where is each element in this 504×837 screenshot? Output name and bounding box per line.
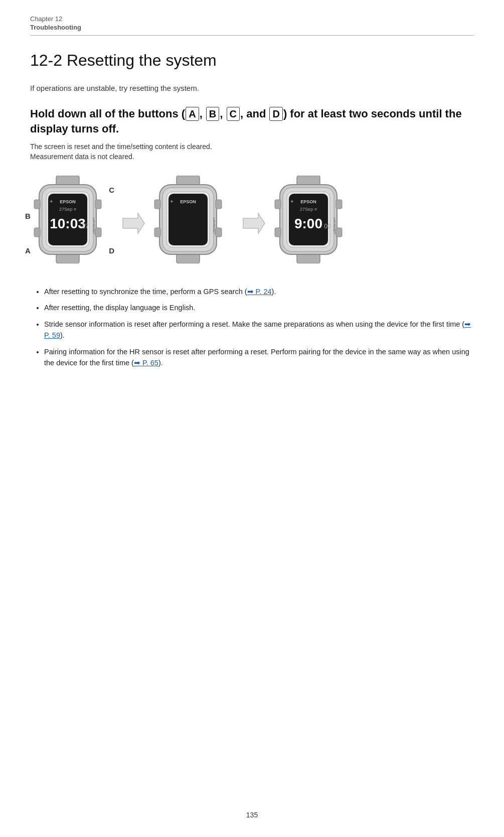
bullet-1-text-after: ).	[272, 288, 276, 296]
bullet-item-1: After resetting to synchronize the time,…	[44, 286, 474, 297]
bullet-1-link[interactable]: ➡ P. 24	[247, 288, 272, 296]
svg-rect-6	[34, 200, 40, 209]
bullet-item-4: Pairing information for the HR sensor is…	[44, 346, 474, 369]
chapter-label: Chapter 12	[30, 15, 474, 23]
svg-text:27: 27	[82, 223, 89, 230]
svg-text:EPSON: EPSON	[300, 199, 316, 204]
svg-text:EPSON: EPSON	[180, 199, 196, 204]
header-divider	[30, 35, 474, 36]
svg-marker-30	[243, 213, 265, 233]
svg-rect-7	[34, 228, 40, 237]
svg-rect-8	[95, 200, 101, 209]
page-number: 135	[246, 811, 258, 819]
svg-rect-39	[336, 200, 342, 209]
sub-text-1: The screen is reset and the time/setting…	[30, 143, 474, 151]
svg-text:10:03: 10:03	[50, 216, 86, 231]
chapter-title: Troubleshooting	[30, 24, 474, 31]
bullet-2-text: After resetting, the display language is…	[44, 304, 195, 312]
bullet-item-3: Stride sensor information is reset after…	[44, 319, 474, 341]
button-b-label: B	[206, 107, 219, 121]
svg-text:9:00: 9:00	[294, 216, 322, 231]
svg-rect-25	[216, 200, 222, 209]
watch-1: B C A D	[30, 176, 115, 271]
bold-heading: Hold down all of the buttons (A, B, C, a…	[30, 106, 474, 136]
svg-text:LAP/RESET: LAP/RESET	[333, 217, 336, 234]
svg-rect-23	[154, 200, 160, 209]
page: Chapter 12 Troubleshooting 12-2 Resettin…	[0, 0, 504, 837]
watch-3: EPSON ✦ 27Sep ≡ 9:00 00 LAP/RESET	[271, 176, 356, 271]
label-c: C	[109, 186, 114, 194]
svg-text:27Sep ≡: 27Sep ≡	[300, 207, 317, 212]
bullet-3-text-after: ).	[60, 331, 65, 339]
watch-svg-2: EPSON ✦ LAP/RESET	[150, 176, 226, 263]
svg-rect-26	[216, 228, 222, 237]
svg-text:✦: ✦	[170, 199, 174, 204]
svg-rect-40	[336, 228, 342, 237]
watch-2: EPSON ✦ LAP/RESET	[150, 176, 236, 271]
svg-rect-38	[275, 228, 281, 237]
bullet-1-text-before: After resetting to synchronize the time,…	[44, 288, 247, 296]
bullet-4-text-after: ).	[158, 359, 163, 367]
svg-text:LAP/RESET: LAP/RESET	[92, 217, 95, 234]
svg-text:✦: ✦	[49, 199, 53, 204]
bullet-4-text-before: Pairing information for the HR sensor is…	[44, 348, 469, 367]
button-c-label: C	[227, 107, 240, 121]
bullet-3-text-before: Stride sensor information is reset after…	[44, 320, 464, 328]
svg-rect-37	[275, 200, 281, 209]
bullet-4-link[interactable]: ➡ P. 65	[134, 359, 158, 367]
label-d: D	[109, 246, 114, 255]
arrow-2-icon	[241, 211, 266, 236]
svg-rect-24	[154, 228, 160, 237]
breadcrumb: Chapter 12 Troubleshooting	[30, 15, 474, 31]
watch-svg-3: EPSON ✦ 27Sep ≡ 9:00 00 LAP/RESET	[271, 176, 346, 263]
button-d-label: D	[269, 107, 282, 121]
svg-text:LAP/RESET: LAP/RESET	[213, 217, 216, 234]
svg-text:00: 00	[324, 223, 331, 230]
watch-svg-1: EPSON ✦ 27Sep ≡ 10:03 27 LAP/RESET	[30, 176, 105, 263]
intro-text: If operations are unstable, try resettin…	[30, 84, 474, 92]
svg-text:✦: ✦	[290, 199, 294, 204]
svg-text:EPSON: EPSON	[60, 199, 76, 204]
section-title: 12-2 Resetting the system	[30, 51, 474, 70]
arrow-1-icon	[120, 211, 145, 236]
svg-rect-9	[95, 228, 101, 237]
sub-text-2: Measurement data is not cleared.	[30, 153, 474, 161]
svg-marker-16	[123, 213, 144, 233]
bullet-item-2: After resetting, the display language is…	[44, 302, 474, 313]
button-a-label: A	[186, 107, 199, 121]
label-a: A	[25, 246, 31, 255]
svg-text:27Sep ≡: 27Sep ≡	[59, 207, 76, 212]
watches-illustration: B C A D	[30, 176, 474, 271]
label-b: B	[25, 212, 31, 220]
bullet-list: After resetting to synchronize the time,…	[35, 286, 474, 369]
